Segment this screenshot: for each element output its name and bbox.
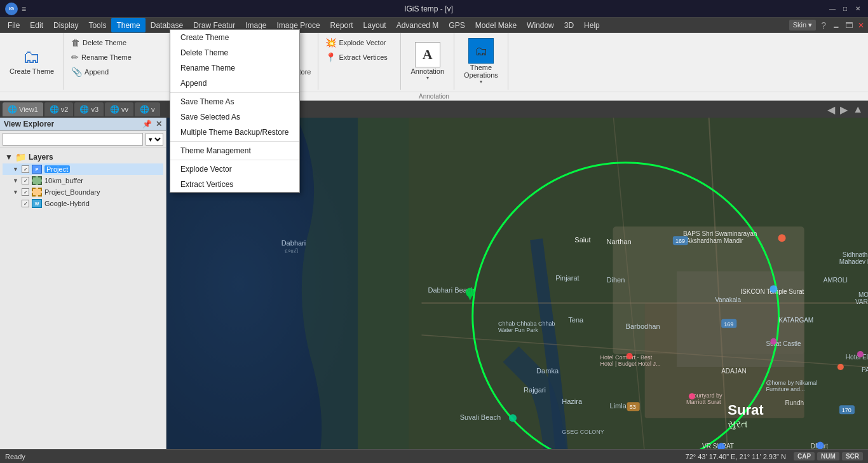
layer-item-boundary[interactable]: ▼ ✓ Project_Boundary xyxy=(3,186,163,198)
theme-menu-sep2 xyxy=(170,141,299,142)
layer-item-buffer[interactable]: ▼ ✓ 10km_buffer xyxy=(3,175,163,186)
project-explorer-panel: Project Explorer View Explorer 📌 ✕ ▾ ▼ 📁… xyxy=(0,118,166,449)
menu-help[interactable]: Help xyxy=(579,18,605,32)
explorer-pin-icon[interactable]: 📌 xyxy=(142,120,152,128)
annotation-button[interactable]: A Annotation ▾ xyxy=(406,39,449,83)
svg-point-86 xyxy=(627,353,633,359)
theme-menu-sep1 xyxy=(170,92,299,93)
svg-point-90 xyxy=(509,414,517,422)
layers-folder-icon: 📁 xyxy=(15,152,26,162)
create-theme-button[interactable]: 🗂 Create Theme xyxy=(5,46,58,78)
boundary-checkbox[interactable]: ✓ xyxy=(22,188,29,196)
svg-text:@home by Nilkamal: @home by Nilkamal xyxy=(766,380,817,386)
theme-menu-append[interactable]: Append xyxy=(170,76,299,91)
svg-text:KATARGAM: KATARGAM xyxy=(778,317,813,324)
view-tab-v3[interactable]: 🌐 v3 xyxy=(74,102,104,116)
google-checkbox[interactable]: ✓ xyxy=(22,200,29,207)
close-button[interactable]: ✕ xyxy=(853,4,863,14)
view-tab-v2[interactable]: 🌐 v2 xyxy=(44,102,74,116)
svg-text:Marriott Surat: Marriott Surat xyxy=(686,399,721,405)
svg-text:Mahadev Mandir: Mahadev Mandir xyxy=(839,258,868,265)
view-tabs-row: 🌐 View1 🌐 v2 🌐 v3 🌐 vv 🌐 v ◀ ▶ ▲ xyxy=(0,101,868,118)
theme-menu-backup-restore[interactable]: Multiple Theme Backup/Restore xyxy=(170,125,299,140)
menu-report[interactable]: Report xyxy=(325,18,358,32)
explorer-close-icon[interactable]: ✕ xyxy=(156,120,162,128)
menubar-close-icon[interactable]: ✕ xyxy=(857,21,865,30)
view-tab-v[interactable]: 🌐 v xyxy=(135,102,160,116)
status-text: Ready xyxy=(5,453,678,460)
extract-vertices-label: Extract Vertices xyxy=(339,53,387,61)
theme-menu-explode[interactable]: Explode Vector xyxy=(170,162,299,177)
explorer-title: View Explorer xyxy=(4,120,54,128)
explorer-search-bar: ▾ xyxy=(0,131,166,148)
svg-point-93 xyxy=(770,338,776,345)
view-tab-vv[interactable]: 🌐 vv xyxy=(105,102,133,116)
scr-indicator[interactable]: SCR xyxy=(842,452,863,460)
quick-access-icon[interactable]: ≡ xyxy=(22,4,26,13)
explorer-search-input[interactable] xyxy=(3,133,143,146)
menu-edit[interactable]: Edit xyxy=(25,18,48,32)
menu-3d[interactable]: 3D xyxy=(559,18,579,32)
explode-vector-button[interactable]: 💥 Explode Vector xyxy=(321,36,391,50)
create-theme-icon: 🗂 xyxy=(23,48,41,66)
theme-menu-management[interactable]: Theme Management xyxy=(170,143,299,158)
menu-window[interactable]: Window xyxy=(522,18,559,32)
minimize-button[interactable]: — xyxy=(827,4,837,14)
cap-indicator[interactable]: CAP xyxy=(794,452,815,460)
theme-menu-create[interactable]: Create Theme xyxy=(170,30,299,45)
skin-button[interactable]: Skin ▾ xyxy=(789,20,816,31)
tabs-scroll-left[interactable]: ◀ xyxy=(825,104,837,116)
svg-text:Pinjarat: Pinjarat xyxy=(555,274,579,282)
theme-menu-extract[interactable]: Extract Vertices xyxy=(170,177,299,192)
extract-vertices-button[interactable]: 📍 Extract Vertices xyxy=(321,50,391,64)
menu-tools[interactable]: Tools xyxy=(83,18,111,32)
layer-item-google[interactable]: ✓ W Google-Hybrid xyxy=(3,198,163,209)
svg-text:Damka: Damka xyxy=(536,367,559,375)
menu-theme[interactable]: Theme xyxy=(111,18,145,32)
explorer-header-icons: 📌 ✕ xyxy=(142,120,162,128)
svg-point-85 xyxy=(770,286,777,293)
theme-menu-rename[interactable]: Rename Theme xyxy=(170,60,299,76)
menu-advanced-m[interactable]: Advanced M xyxy=(391,18,444,32)
svg-text:Chhab Chhaba Chhab: Chhab Chhaba Chhab xyxy=(498,321,555,327)
menu-gps[interactable]: GPS xyxy=(444,18,470,32)
theme-operations-button[interactable]: 🗂 ThemeOperations ▾ xyxy=(459,36,503,87)
layer-item-project[interactable]: ▼ ✓ P Project xyxy=(3,163,163,175)
append-button[interactable]: 📎 Append xyxy=(67,65,136,79)
create-theme-label: Create Theme xyxy=(10,67,54,75)
annotation-label: Annotation xyxy=(410,67,444,75)
buffer-expand-icon: ▼ xyxy=(13,177,19,184)
tabs-end: ◀ ▶ ▲ xyxy=(825,104,865,116)
maximize-button[interactable]: □ xyxy=(840,4,850,14)
delete-theme-button[interactable]: 🗑 Delete Theme xyxy=(67,36,136,50)
svg-text:Surat: Surat xyxy=(728,402,764,418)
buffer-checkbox[interactable]: ✓ xyxy=(22,177,29,184)
menu-layout[interactable]: Layout xyxy=(358,18,391,32)
svg-text:Rajgari: Rajgari xyxy=(524,386,546,394)
layers-header[interactable]: ▼ 📁 Layers xyxy=(3,151,163,163)
rename-theme-button[interactable]: ✏ Rename Theme xyxy=(67,50,136,64)
menubar-right: Skin ▾ ? 🗕 🗖 ✕ xyxy=(789,20,865,31)
v3-globe-icon: 🌐 xyxy=(79,105,89,114)
view-tab-view1[interactable]: 🌐 View1 xyxy=(3,102,43,116)
menu-file[interactable]: File xyxy=(3,18,25,32)
v3-label: v3 xyxy=(91,106,98,113)
theme-menu-save-as[interactable]: Save Theme As xyxy=(170,94,299,109)
num-indicator[interactable]: NUM xyxy=(817,452,839,460)
menubar-help-icon[interactable]: ? xyxy=(818,20,829,31)
theme-menu-delete[interactable]: Delete Theme xyxy=(170,45,299,60)
tabs-scroll-right[interactable]: ▶ xyxy=(837,104,850,116)
explode-vector-icon: 💥 xyxy=(325,38,336,48)
theme-menu-save-selected[interactable]: Save Selected As xyxy=(170,109,299,125)
menu-display[interactable]: Display xyxy=(48,18,83,32)
tabs-expand[interactable]: ▲ xyxy=(850,104,865,115)
project-checkbox[interactable]: ✓ xyxy=(22,165,29,173)
menubar-restore-icon[interactable]: 🗖 xyxy=(844,21,854,30)
svg-text:BAPS Shri Swaminarayan: BAPS Shri Swaminarayan xyxy=(683,230,757,237)
menu-model-make[interactable]: Model Make xyxy=(470,18,522,32)
append-label: Append xyxy=(85,68,109,76)
v2-label: v2 xyxy=(61,106,69,113)
svg-text:Saiut: Saiut xyxy=(574,236,590,244)
explorer-filter-select[interactable]: ▾ xyxy=(146,133,163,146)
menubar-minimize-icon[interactable]: 🗕 xyxy=(831,21,841,30)
